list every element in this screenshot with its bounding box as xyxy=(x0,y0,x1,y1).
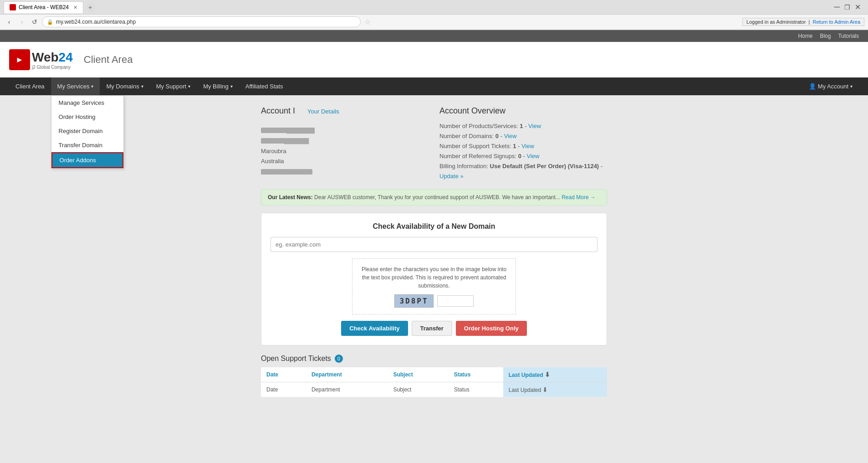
caret-support: ▾ xyxy=(188,84,190,89)
dropdown-register-domain[interactable]: Register Domain xyxy=(51,124,123,138)
order-hosting-only-btn[interactable]: Order Hosting Only xyxy=(456,321,527,336)
dropdown-order-hosting[interactable]: Order Hosting xyxy=(51,110,123,124)
back-btn[interactable]: ‹ xyxy=(4,16,15,27)
products-line: Number of Products/Services: 1 - View xyxy=(439,121,607,131)
maximize-btn[interactable]: ❐ xyxy=(844,4,850,11)
captcha-answer-input[interactable] xyxy=(437,295,474,307)
tutorials-link[interactable]: Tutorials xyxy=(838,33,859,39)
user-name: John Natal ████████ xyxy=(261,126,429,135)
news-text: Dear AUSWEB customer, Thank you for your… xyxy=(314,194,560,201)
nav-my-account[interactable]: 👤 My Account ▾ xyxy=(802,77,859,95)
caret-billing: ▾ xyxy=(230,84,233,89)
referrals-view[interactable]: View xyxy=(527,153,540,159)
domains-count: 0 xyxy=(495,133,499,139)
captcha-code: 3D8PT xyxy=(399,297,428,305)
tab-close-btn[interactable]: ✕ xyxy=(73,5,77,10)
services-dropdown-menu: Manage Services Order Hosting Register D… xyxy=(51,95,124,169)
dropdown-order-addons[interactable]: Order Addons xyxy=(51,152,123,168)
col-date[interactable]: Date xyxy=(261,367,306,382)
domain-input[interactable] xyxy=(271,237,597,252)
subheader-date: Date xyxy=(261,382,306,397)
captcha-image: 3D8PT xyxy=(394,294,433,308)
user-address1: 1 Scott St ███████ xyxy=(261,136,429,146)
account-overview: Number of Products/Services: 1 - View Nu… xyxy=(439,121,607,182)
transfer-btn[interactable]: Transfer xyxy=(412,321,452,336)
address-bar[interactable]: 🔒 my.web24.com.au/clientarea.php xyxy=(42,16,361,27)
nav-client-area[interactable]: Client Area xyxy=(9,77,51,95)
nav-my-services[interactable]: My Services ▾ xyxy=(51,77,100,95)
billing-info: Use Default (Set Per Order) (Visa-1124) xyxy=(490,163,599,170)
caret-domains: ▾ xyxy=(141,84,143,89)
col-last-updated[interactable]: Last Updated ⬇ xyxy=(503,367,607,382)
caret-icon: ▾ xyxy=(91,84,93,89)
domains-view[interactable]: View xyxy=(504,133,517,139)
my-services-dropdown-wrapper: My Services ▾ Manage Services Order Host… xyxy=(51,77,100,95)
col-department[interactable]: Department xyxy=(306,367,388,382)
domain-buttons: Check Availability Transfer Order Hostin… xyxy=(271,321,597,336)
support-title-text: Open Support Tickets xyxy=(261,355,331,363)
bookmark-btn[interactable]: ☆ xyxy=(364,18,371,26)
page-content: Account I... Your Details John Natal ███… xyxy=(0,95,868,405)
captcha-row: 3D8PT xyxy=(359,294,509,308)
user-email: john.natal@freebit.com xyxy=(261,167,429,177)
refresh-btn[interactable]: ↺ xyxy=(29,16,40,27)
nav-affiliated-stats[interactable]: Affiliated Stats xyxy=(239,77,290,95)
user-icon: 👤 xyxy=(809,83,816,90)
subheader-last-updated: Last Updated ⬇ xyxy=(503,382,607,397)
check-availability-btn[interactable]: Check Availability xyxy=(341,321,408,336)
captcha-text: Please enter the characters you see in t… xyxy=(359,265,509,290)
col-status[interactable]: Status xyxy=(449,367,503,382)
nav-my-support[interactable]: My Support ▾ xyxy=(150,77,197,95)
sort-arrow-icon-2: ⬇ xyxy=(542,386,548,393)
read-more-link[interactable]: Read More → xyxy=(562,194,596,201)
your-details-link[interactable]: Your Details xyxy=(307,108,339,115)
url-display: my.web24.com.au/clientarea.php xyxy=(56,19,136,25)
dropdown-transfer-domain[interactable]: Transfer Domain xyxy=(51,138,123,152)
site-topnav: Home Blog Tutorials xyxy=(0,30,868,42)
tickets-line: Number of Support Tickets: 1 - View xyxy=(439,141,607,151)
main-nav: Client Area My Services ▾ Manage Service… xyxy=(0,77,868,95)
browser-tab[interactable]: Client Area - WEB24 ✕ xyxy=(4,1,83,13)
logo-icon: ► xyxy=(9,49,30,70)
subheader-subject: Subject xyxy=(388,382,448,397)
close-btn[interactable]: ✕ xyxy=(855,3,861,11)
referrals-count: 0 xyxy=(518,153,521,159)
browser-controls: ‹ › ↺ 🔒 my.web24.com.au/clientarea.php ☆… xyxy=(0,15,868,30)
user-info: John Natal ████████ 1 Scott St ███████ M… xyxy=(261,126,429,177)
return-admin-link[interactable]: Return to Admin Area xyxy=(812,19,860,25)
home-link[interactable]: Home xyxy=(798,33,812,39)
billing-update[interactable]: Update » xyxy=(439,173,464,180)
tickets-table: Date Department Subject Status Last Upda xyxy=(261,367,607,397)
logo-subtitle: j2 Global Company xyxy=(32,65,73,70)
site-header: ► Web24 j2 Global Company Client Area xyxy=(0,42,868,77)
tab-title: Client Area - WEB24 xyxy=(19,4,69,10)
billing-line: Billing Information: Use Default (Set Pe… xyxy=(439,161,607,181)
domains-line: Number of Domains: 0 - View xyxy=(439,131,607,141)
page-title: Client Area xyxy=(84,54,133,66)
nav-my-domains[interactable]: My Domains ▾ xyxy=(100,77,149,95)
domain-check-title: Check Availability of a New Domain xyxy=(271,222,597,231)
tickets-view[interactable]: View xyxy=(521,143,534,149)
subheader-department: Department xyxy=(306,382,388,397)
nav-my-billing[interactable]: My Billing ▾ xyxy=(197,77,239,95)
tickets-count: 1 xyxy=(513,143,516,149)
user-city: Maroubra xyxy=(261,147,429,156)
account-overview-title: Account Overview xyxy=(439,106,607,116)
tickets-subheader-row: Date Department Subject Status Last Upda… xyxy=(261,382,607,397)
col-subject[interactable]: Subject xyxy=(388,367,448,382)
tickets-badge: 0 xyxy=(335,355,343,363)
caret-account: ▾ xyxy=(850,84,853,89)
products-view[interactable]: View xyxy=(528,123,541,129)
account-overview-col: Account Overview Number of Products/Serv… xyxy=(439,106,607,182)
new-tab-btn[interactable]: + xyxy=(85,2,95,12)
dropdown-manage-services[interactable]: Manage Services xyxy=(51,96,123,110)
captcha-box: Please enter the characters you see in t… xyxy=(352,258,516,314)
account-section: Account I... Your Details John Natal ███… xyxy=(261,103,607,182)
minimize-btn[interactable]: ─ xyxy=(834,2,840,12)
blog-link[interactable]: Blog xyxy=(820,33,831,39)
referrals-line: Number of Referred Signups: 0 - View xyxy=(439,151,607,161)
logo-container: ► Web24 j2 Global Company xyxy=(9,49,73,70)
sort-arrow-icon: ⬇ xyxy=(545,371,550,378)
forward-btn[interactable]: › xyxy=(16,16,27,27)
lock-icon: 🔒 xyxy=(47,19,53,25)
